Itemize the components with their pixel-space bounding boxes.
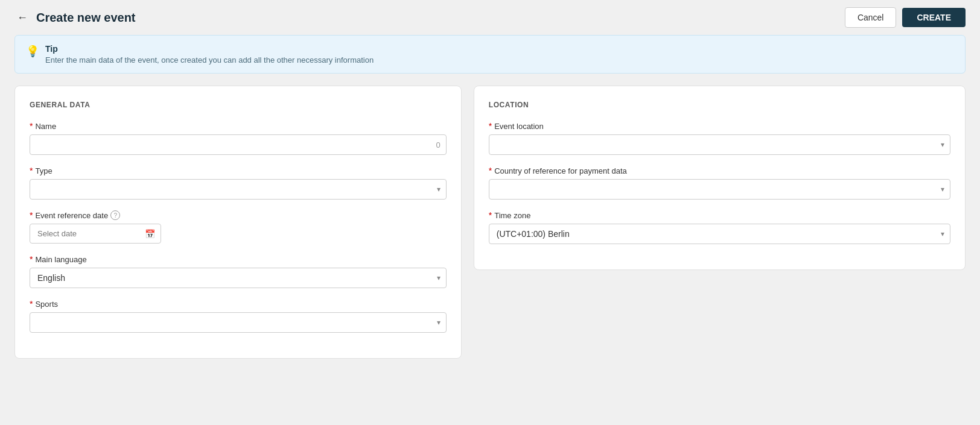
language-select[interactable]: English — [30, 268, 447, 288]
language-select-wrapper: English ▾ — [30, 268, 447, 288]
back-button[interactable]: ← — [14, 9, 30, 27]
event-location-label-text: Event location — [494, 122, 544, 131]
name-input-wrapper: 0 — [30, 134, 447, 155]
sports-label: * Sports — [30, 299, 447, 309]
sports-select-wrapper: ▾ — [30, 312, 447, 333]
name-label-text: Name — [35, 122, 56, 131]
form-columns: GENERAL DATA * Name 0 * Type — [14, 86, 966, 359]
main-content: 💡 Tip Enter the main data of the event, … — [0, 35, 980, 373]
event-location-required-star: * — [489, 121, 492, 131]
tip-icon: 💡 — [26, 45, 39, 58]
main-language-label-text: Main language — [35, 255, 86, 264]
country-select-wrapper: ▾ — [489, 179, 950, 200]
tip-content: Tip Enter the main data of the event, on… — [45, 44, 374, 65]
general-data-panel: GENERAL DATA * Name 0 * Type — [14, 86, 462, 359]
type-field: * Type ▾ — [30, 166, 447, 200]
event-ref-date-field: * Event reference date ? 📅 — [30, 210, 447, 244]
type-label: * Type — [30, 166, 447, 175]
type-select[interactable] — [30, 179, 447, 200]
timezone-select[interactable]: (UTC+01:00) Berlin — [489, 224, 950, 244]
timezone-required-star: * — [489, 210, 492, 220]
cancel-button[interactable]: Cancel — [845, 7, 897, 28]
tip-text: Enter the main data of the event, once c… — [45, 55, 374, 65]
tip-box: 💡 Tip Enter the main data of the event, … — [14, 35, 966, 74]
country-select[interactable] — [489, 179, 950, 200]
page-header: ← Create new event Cancel CREATE — [0, 0, 980, 35]
general-data-title: GENERAL DATA — [30, 101, 447, 109]
location-title: LOCATION — [489, 101, 950, 109]
sports-select[interactable] — [30, 312, 447, 333]
date-input[interactable] — [30, 224, 161, 244]
location-panel: LOCATION * Event location ▾ * Cou — [474, 86, 966, 270]
country-field: * Country of reference for payment data … — [489, 166, 950, 200]
language-required-star: * — [30, 254, 33, 264]
header-actions: Cancel CREATE — [845, 7, 966, 28]
type-required-star: * — [30, 166, 33, 175]
country-label-text: Country of reference for payment data — [494, 166, 627, 175]
event-date-help-icon[interactable]: ? — [110, 210, 120, 220]
event-ref-date-label: * Event reference date ? — [30, 210, 447, 220]
event-location-select[interactable] — [489, 134, 950, 155]
event-location-label: * Event location — [489, 121, 950, 131]
name-field: * Name 0 — [30, 121, 447, 155]
name-required-star: * — [30, 121, 33, 131]
tip-title: Tip — [45, 44, 374, 54]
date-required-star: * — [30, 210, 33, 220]
header-left: ← Create new event — [14, 9, 136, 27]
name-input[interactable] — [30, 134, 447, 155]
country-required-star: * — [489, 166, 492, 175]
date-input-wrapper: 📅 — [30, 224, 161, 244]
name-label: * Name — [30, 121, 447, 131]
main-language-field: * Main language English ▾ — [30, 254, 447, 288]
event-location-field: * Event location ▾ — [489, 121, 950, 155]
create-button[interactable]: CREATE — [902, 8, 966, 27]
sports-field: * Sports ▾ — [30, 299, 447, 333]
timezone-select-wrapper: (UTC+01:00) Berlin ▾ — [489, 224, 950, 244]
type-select-wrapper: ▾ — [30, 179, 447, 200]
timezone-field: * Time zone (UTC+01:00) Berlin ▾ — [489, 210, 950, 244]
event-ref-date-label-text: Event reference date — [35, 211, 108, 220]
sports-required-star: * — [30, 299, 33, 309]
timezone-label-text: Time zone — [494, 211, 530, 220]
event-location-select-wrapper: ▾ — [489, 134, 950, 155]
page-title: Create new event — [36, 11, 136, 25]
country-label: * Country of reference for payment data — [489, 166, 950, 175]
sports-label-text: Sports — [35, 300, 58, 309]
timezone-label: * Time zone — [489, 210, 950, 220]
main-language-label: * Main language — [30, 254, 447, 264]
type-label-text: Type — [35, 166, 52, 175]
